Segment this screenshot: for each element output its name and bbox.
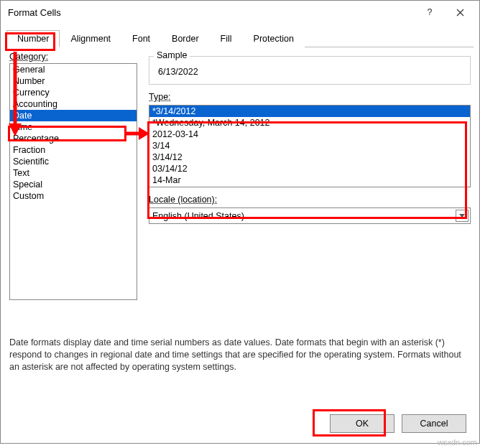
format-cells-dialog: Format Cells ? NumberAlignmentFontBorder… (0, 0, 480, 444)
locale-value: English (United States) (152, 211, 244, 221)
category-column: Category: GeneralNumberCurrencyAccountin… (9, 52, 137, 300)
button-row: OK Cancel (330, 414, 466, 433)
dialog-title: Format Cells (8, 7, 415, 18)
sample-label: Sample (154, 50, 190, 60)
tab-protection[interactable]: Protection (243, 30, 305, 47)
help-button[interactable]: ? (415, 2, 445, 22)
type-item[interactable]: 2012-03-14 (149, 129, 470, 140)
category-item-fraction[interactable]: Fraction (10, 144, 137, 156)
type-item[interactable]: *Wednesday, March 14, 2012 (149, 117, 470, 129)
tab-border[interactable]: Border (161, 30, 210, 47)
locale-dropdown[interactable]: English (United States) (149, 207, 471, 224)
tab-number[interactable]: Number (6, 30, 60, 47)
category-item-special[interactable]: Special (10, 179, 137, 190)
category-item-time[interactable]: Time (10, 121, 137, 133)
help-text: Date formats display date and time seria… (9, 337, 471, 373)
sample-groupbox: Sample 6/13/2022 (149, 56, 471, 85)
type-item[interactable]: 14-Mar (149, 174, 470, 186)
category-item-currency[interactable]: Currency (10, 87, 137, 98)
dropdown-arrow-icon (456, 210, 469, 222)
right-column: Sample 6/13/2022 Type: *3/14/2012*Wednes… (149, 56, 471, 224)
tabs-container: NumberAlignmentFontBorderFillProtection (1, 24, 479, 47)
tab-alignment[interactable]: Alignment (60, 30, 121, 47)
ok-button-label: OK (356, 419, 369, 429)
close-button[interactable] (445, 2, 475, 22)
cancel-button-label: Cancel (420, 419, 448, 429)
type-label: Type: (149, 92, 171, 102)
type-item[interactable]: 03/14/12 (149, 163, 470, 174)
tab-font[interactable]: Font (121, 30, 161, 47)
sample-value: 6/13/2022 (157, 67, 463, 77)
category-item-percentage[interactable]: Percentage (10, 133, 137, 144)
titlebar: Format Cells ? (1, 1, 479, 24)
help-icon: ? (428, 7, 433, 17)
locale-label: Locale (location): (149, 195, 217, 205)
category-item-general[interactable]: General (10, 64, 137, 75)
type-item[interactable]: *3/14/2012 (149, 106, 470, 117)
category-list[interactable]: GeneralNumberCurrencyAccountingDateTimeP… (9, 63, 137, 300)
category-item-accounting[interactable]: Accounting (10, 98, 137, 110)
type-list[interactable]: *3/14/2012*Wednesday, March 14, 20122012… (149, 105, 471, 187)
category-item-scientific[interactable]: Scientific (10, 156, 137, 167)
ok-button[interactable]: OK (330, 414, 394, 433)
cancel-button[interactable]: Cancel (402, 414, 466, 433)
category-item-date[interactable]: Date (10, 110, 137, 121)
close-icon (456, 9, 464, 17)
type-item[interactable]: 3/14/12 (149, 151, 470, 163)
type-item[interactable]: 3/14 (149, 140, 470, 151)
category-label: Category: (9, 52, 48, 62)
category-item-text[interactable]: Text (10, 167, 137, 179)
category-item-number[interactable]: Number (10, 75, 137, 87)
tab-fill[interactable]: Fill (210, 30, 243, 47)
watermark: wsxdn.com (438, 438, 477, 447)
category-item-custom[interactable]: Custom (10, 190, 137, 202)
